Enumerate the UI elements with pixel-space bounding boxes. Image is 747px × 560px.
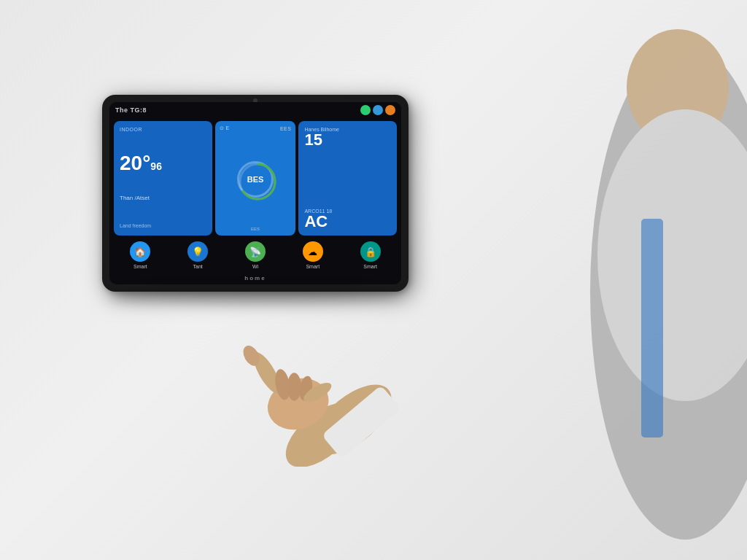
temp-sub: Than /Atset [120, 195, 206, 201]
gauge-label: ⊙ E [220, 125, 230, 131]
circular-gauge[interactable]: BES [237, 161, 274, 198]
gauge-panel[interactable]: ⊙ E EES BES EES [215, 121, 296, 236]
stats-left: Hanes Bilhome 15 [304, 127, 338, 148]
screen-topbar: The TG:8 [109, 102, 401, 118]
svg-rect-15 [641, 219, 663, 438]
temperature-panel[interactable]: INDOOR 20°96 Than /Atset Land freedom [114, 121, 212, 236]
smart-btn-label-0: Smart [133, 264, 147, 269]
stats-right: ARCO11 18 AC [304, 209, 332, 230]
topbar-right [360, 105, 395, 115]
smart-btn-circle-0[interactable]: 🏠 [130, 241, 150, 262]
stats-row-2: ARCO11 18 AC [304, 209, 391, 230]
gauge-top: ⊙ E EES [220, 125, 292, 131]
screen-content: INDOOR 20°96 Than /Atset Land freedom ⊙ … [109, 118, 401, 238]
temp-display: 20°96 [120, 153, 206, 174]
status-icon-orange [385, 105, 395, 115]
app-title: The TG:8 [115, 106, 147, 114]
topbar-left: The TG:8 [115, 106, 147, 114]
hand-svg [197, 248, 430, 467]
temp-panel-label: INDOOR [120, 127, 206, 132]
stats-value-1: 15 [304, 132, 338, 148]
status-icon-blue [373, 105, 383, 115]
gauge-value: BES [247, 175, 264, 184]
stats-row-1: Hanes Bilhome 15 [304, 127, 391, 148]
temperature-value: 20°96 [120, 153, 206, 174]
svg-point-8 [287, 373, 301, 400]
gauge-sublabel: EES [280, 126, 292, 131]
stats-panel[interactable]: Hanes Bilhome 15 ARCO11 18 AC [298, 121, 397, 236]
gauge-sub: EES [251, 227, 260, 231]
person-silhouette [492, 0, 747, 560]
smart-btn-0[interactable]: 🏠 Smart [114, 241, 167, 269]
temp-desc: Land freedom [120, 222, 206, 230]
stats-value-2: AC [304, 214, 332, 230]
status-icon-green [360, 105, 371, 115]
